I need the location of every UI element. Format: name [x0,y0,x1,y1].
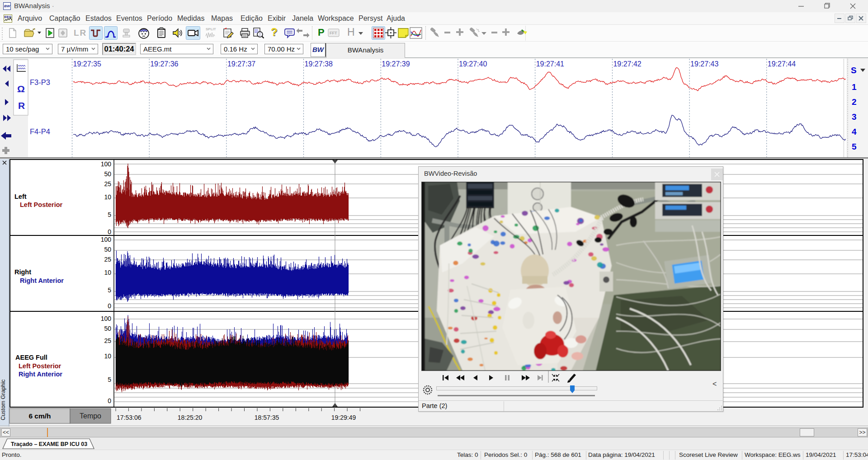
svg-text:3: 3 [852,112,857,122]
svg-text:19:27:39: 19:27:39 [382,60,410,68]
svg-text:Left Posterior: Left Posterior [20,201,63,208]
svg-text:25: 25 [104,337,111,344]
svg-text:EEG: EEG [5,15,12,19]
svg-text:Ω: Ω [17,84,25,94]
svg-text:100: 100 [101,315,112,322]
svg-text:6 cm/h: 6 cm/h [28,412,51,420]
svg-text:FFT: FFT [330,31,337,35]
svg-text:19:27:36: 19:27:36 [150,60,178,68]
svg-text:F4-P4: F4-P4 [30,127,50,136]
svg-text:10: 10 [104,193,111,201]
svg-text:17:53:06: 17:53:06 [117,414,142,421]
svg-text:4: 4 [852,127,857,136]
svg-text:Right: Right [14,268,31,276]
svg-text:100: 100 [101,236,112,243]
svg-text:19:27:35: 19:27:35 [73,60,101,68]
svg-text:5: 5 [852,142,857,151]
svg-text:Tempo: Tempo [80,412,101,420]
svg-text:0: 0 [108,302,111,310]
svg-text:10: 10 [104,352,111,360]
svg-text:R: R [18,100,25,111]
svg-text:Traçado – EXAME BP ICU 03: Traçado – EXAME BP ICU 03 [11,441,87,447]
svg-text:18:57:35: 18:57:35 [255,414,279,421]
svg-text:18:25:20: 18:25:20 [178,414,203,421]
svg-text:50: 50 [104,325,111,332]
svg-text:50: 50 [104,170,111,178]
svg-text:Left: Left [14,193,27,200]
svg-text:F3-P3: F3-P3 [30,78,50,86]
svg-text:100: 100 [101,160,112,168]
svg-text:Left Posterior: Left Posterior [19,362,61,370]
svg-text:1: 1 [852,82,857,92]
svg-text:19:29:49: 19:29:49 [331,414,356,421]
svg-text:19:27:42: 19:27:42 [613,60,641,68]
svg-text:BW: BW [4,4,11,8]
svg-text:AEEG Full: AEEG Full [15,354,47,361]
svg-text:19:27:40: 19:27:40 [459,60,487,68]
svg-text:25: 25 [104,256,111,263]
svg-text:25: 25 [104,180,111,188]
svg-text:5: 5 [108,376,111,383]
svg-text:Right Anterior: Right Anterior [20,277,64,284]
svg-text:5: 5 [108,286,111,294]
svg-text:0: 0 [108,397,111,404]
svg-text:19:27:41: 19:27:41 [536,60,564,68]
svg-text:5: 5 [108,211,111,218]
svg-text:19:27:37: 19:27:37 [227,60,255,68]
svg-text:SPLIT: SPLIT [206,27,216,31]
svg-text:S: S [851,66,857,75]
svg-text:19:27:44: 19:27:44 [768,60,796,68]
svg-text:10: 10 [104,269,111,276]
svg-text:2: 2 [852,97,857,107]
svg-text:Right Anterior: Right Anterior [19,371,62,378]
svg-text:19:27:38: 19:27:38 [305,60,333,68]
svg-text:Custom Graphic: Custom Graphic [0,380,6,420]
svg-text:19:27:43: 19:27:43 [690,60,718,68]
svg-text:50: 50 [104,246,111,253]
svg-text:0: 0 [108,228,111,235]
